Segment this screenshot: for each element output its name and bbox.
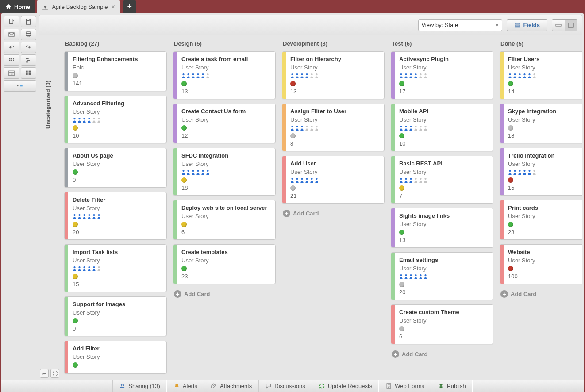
svg-point-52: [187, 170, 189, 172]
alerts-button[interactable]: Alerts: [167, 380, 204, 392]
card[interactable]: Create a task from email User Story 13: [173, 51, 276, 99]
fields-button[interactable]: Fields: [507, 19, 547, 31]
card[interactable]: Email settings User Story 20: [391, 252, 493, 300]
card-stripe: [282, 104, 286, 151]
compact-view-button[interactable]: [552, 20, 565, 31]
card[interactable]: Filtering Enhancements Epic 141: [64, 51, 167, 91]
calendar-button[interactable]: 31: [4, 67, 19, 79]
svg-point-111: [121, 384, 123, 386]
card[interactable]: About Us page User Story 0: [64, 148, 167, 188]
card[interactable]: Website User Story 100: [500, 244, 582, 284]
card[interactable]: SFDC integration User Story 18: [173, 148, 276, 196]
card-stripe: [391, 104, 395, 151]
card-stripe: [65, 96, 68, 143]
svg-point-101: [519, 73, 520, 75]
card[interactable]: Activesync Plugin User Story 17: [391, 51, 493, 99]
sharing-button[interactable]: Sharing (13): [112, 380, 167, 392]
document-tab[interactable]: ▾ Agile Backlog Sample ×: [37, 0, 120, 13]
card-points: 12: [181, 132, 271, 139]
svg-rect-14: [26, 61, 28, 62]
svg-point-40: [78, 266, 80, 268]
card[interactable]: Sights image links User Story 13: [391, 208, 493, 248]
add-card-button[interactable]: + Add Card: [391, 349, 493, 360]
print-button[interactable]: [21, 29, 37, 40]
svg-point-45: [182, 73, 184, 75]
card-title: Skype integration: [508, 108, 582, 115]
card-points: 10: [399, 140, 489, 147]
add-card-button[interactable]: + Add Card: [173, 288, 276, 300]
svg-point-53: [192, 170, 194, 172]
add-card-button[interactable]: + Add Card: [282, 208, 385, 219]
webforms-button[interactable]: Web Forms: [379, 380, 431, 392]
card[interactable]: Delete Filter User Story 20: [64, 192, 167, 240]
clip-icon: [211, 383, 217, 389]
board-toolbar: View by: State ▼ Fields: [39, 15, 582, 35]
save-button[interactable]: [21, 16, 37, 27]
publish-button[interactable]: Publish: [431, 380, 473, 392]
svg-point-102: [523, 73, 525, 75]
card-title: Trello integration: [508, 152, 582, 159]
mail-button[interactable]: [4, 29, 19, 40]
card-type: User Story: [181, 161, 271, 167]
attachments-button[interactable]: Attachments: [204, 380, 258, 392]
card-view-button[interactable]: [21, 67, 37, 79]
svg-point-90: [415, 178, 416, 180]
card[interactable]: Add User User Story 21: [282, 156, 385, 204]
card[interactable]: Basic REST API User Story 7: [391, 156, 493, 204]
full-view-button[interactable]: [565, 20, 577, 31]
plus-icon: +: [392, 350, 399, 358]
card[interactable]: Filter on Hierarchy User Story 13: [282, 51, 385, 99]
card[interactable]: Create custom Theme User Story 6: [391, 304, 493, 344]
card[interactable]: Support for Images User Story 0: [64, 296, 167, 336]
svg-rect-0: [9, 19, 13, 24]
card[interactable]: Mobile API User Story 10: [391, 104, 493, 151]
card[interactable]: Create templates User Story 23: [173, 244, 276, 284]
card-points: 13: [181, 88, 271, 95]
svg-point-92: [424, 178, 426, 180]
card-title: Import Task lists: [73, 249, 162, 255]
chevron-down-icon: ▼: [495, 23, 500, 27]
home-tab[interactable]: Home: [0, 0, 35, 13]
card-type: User Story: [508, 213, 582, 219]
close-tab-icon[interactable]: ×: [112, 3, 115, 10]
lane-dev: Development (3) Filter on Hierarchy User…: [282, 40, 385, 219]
svg-point-75: [400, 73, 402, 75]
view-by-select[interactable]: View by: State ▼: [418, 19, 502, 31]
grid-view-button[interactable]: [4, 54, 19, 66]
svg-point-38: [98, 214, 100, 216]
card[interactable]: Import Task lists User Story 15: [64, 244, 167, 292]
card-type: User Story: [73, 205, 162, 211]
card[interactable]: Filter Users User Story 14: [500, 51, 582, 99]
card-type: User Story: [399, 169, 489, 175]
gantt-button[interactable]: [21, 54, 37, 66]
card-people: [399, 125, 489, 131]
status-dot: [73, 274, 78, 279]
discussions-button[interactable]: Discussions: [258, 380, 312, 392]
new-sheet-button[interactable]: [4, 16, 19, 27]
collapse-left-button[interactable]: ⇤: [40, 369, 49, 378]
card-points: 141: [73, 80, 162, 87]
highlight-button[interactable]: [4, 80, 36, 92]
card-type: User Story: [73, 257, 162, 264]
redo-button[interactable]: ↷: [21, 42, 37, 53]
card-stripe: [391, 52, 395, 99]
tab-dropdown-icon[interactable]: ▾: [42, 4, 48, 10]
add-card-button[interactable]: + Add Card: [500, 288, 582, 300]
new-tab-button[interactable]: +: [123, 0, 136, 13]
update-button[interactable]: Update Requests: [312, 380, 379, 392]
expand-button[interactable]: ⛶: [50, 369, 59, 378]
card-title: About Us page: [73, 152, 162, 159]
status-dot: [181, 81, 187, 86]
card[interactable]: Print cards User Story 23: [500, 200, 582, 240]
card[interactable]: Trello integration User Story 15: [500, 148, 582, 196]
card-stripe: [65, 192, 68, 239]
card-title: Create Contact Us form: [181, 108, 271, 115]
card[interactable]: Skype integration User Story 18: [500, 104, 582, 143]
card[interactable]: Deploy web site on local server User Sto…: [173, 200, 276, 240]
card[interactable]: Add Filter User Story: [64, 341, 167, 374]
card[interactable]: Assign Filter to User User Story 8: [282, 104, 385, 151]
card[interactable]: Create Contact Us form User Story 12: [173, 104, 276, 143]
svg-rect-21: [20, 85, 23, 87]
undo-button[interactable]: ↶: [4, 42, 19, 53]
card[interactable]: Advanced Filtering User Story 10: [64, 96, 167, 143]
